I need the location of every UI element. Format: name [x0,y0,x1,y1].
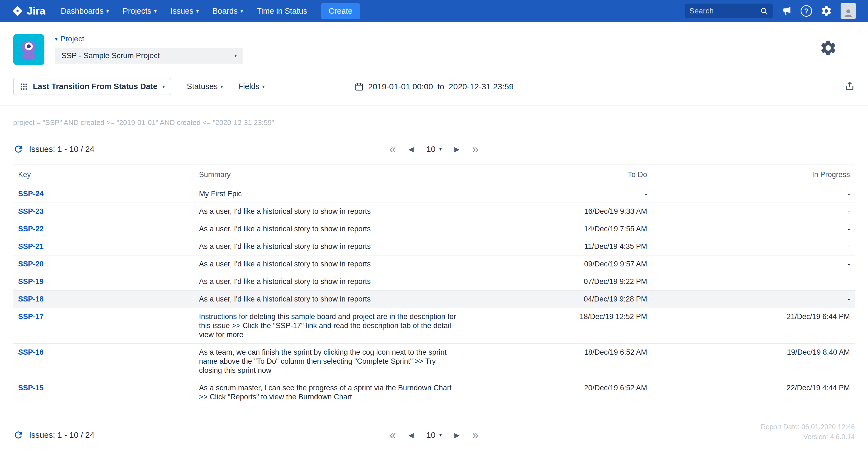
issues-count-bottom: Issues: 1 - 10 / 24 [13,430,94,440]
issue-summary: As a user, I'd like a historical story t… [199,207,457,216]
chevron-down-icon: ▾ [196,8,199,14]
in-progress-value: 21/Dec/19 6:44 PM [652,308,855,344]
issue-key-link[interactable]: SSP-19 [18,277,43,285]
chevron-down-icon: ▾ [439,432,442,438]
project-label: Project [60,34,84,43]
first-page-button[interactable]: « [390,429,396,441]
chevron-down-icon: ▾ [234,53,237,59]
nav-item-boards[interactable]: Boards▾ [212,7,243,16]
report-toolbar: Last Transition From Status Date ▾ Statu… [0,65,868,106]
help-icon[interactable]: ? [801,5,812,17]
prev-page-button[interactable]: ◀ [408,432,413,438]
report-type-button[interactable]: Last Transition From Status Date ▾ [13,78,171,95]
todo-value: 16/Dec/19 9:33 AM [499,203,652,220]
report-settings-gear-icon[interactable] [819,39,837,58]
next-page-button[interactable]: ▶ [454,432,459,438]
chevron-down-icon: ▾ [439,146,442,152]
create-button[interactable]: Create [321,3,360,19]
issue-key-link[interactable]: SSP-20 [18,260,43,268]
date-separator: to [437,82,444,91]
project-meta: ▾ Project SSP - Sample Scrum Project ▾ [55,34,243,64]
pagination-bottom: « ◀ 10 ▾ ▶ » [390,429,478,441]
date-range-picker: 2019-01-01 00:00 to 2020-12-31 23:59 [354,82,514,91]
nav-item-label: Issues [170,7,193,16]
issue-key-link[interactable]: SSP-18 [18,295,43,303]
export-icon[interactable] [844,81,855,92]
issues-row-top: Issues: 1 - 10 / 24 « ◀ 10 ▾ ▶ » [13,140,855,158]
user-avatar[interactable] [841,3,856,19]
todo-value: 11/Dec/19 4:35 PM [499,238,652,255]
column-header-summary: Summary [194,164,499,185]
in-progress-value: 22/Dec/19 4:44 PM [652,380,855,406]
search-box[interactable] [685,4,773,18]
page-size-select[interactable]: 10 ▾ [427,430,442,439]
issue-summary: As a user, I'd like a historical story t… [199,242,457,251]
last-page-button[interactable]: » [472,429,478,441]
project-header: ▾ Project SSP - Sample Scrum Project ▾ [0,22,868,65]
issue-summary: As a user, I'd like a historical story t… [199,277,457,286]
issue-summary: As a team, we can finish the sprint by c… [199,348,457,375]
page-size-value: 10 [427,430,435,439]
page-size-value: 10 [427,145,435,154]
report-meta: Report Date: 06.01.2020 12:46 Version: 4… [761,422,855,442]
search-input[interactable] [689,7,757,16]
table-row: SSP-22As a user, I'd like a historical s… [13,220,855,238]
table-header-row: KeySummaryTo DoIn Progress [13,164,855,185]
issues-table-body: SSP-24My First Epic--SSP-23As a user, I'… [13,185,855,406]
report-type-label: Last Transition From Status Date [33,82,157,91]
in-progress-value: 19/Dec/19 8:40 AM [652,344,855,380]
next-page-button[interactable]: ▶ [454,146,459,153]
issue-key-link[interactable]: SSP-21 [18,242,43,250]
jira-brand[interactable]: Jira [12,5,45,17]
column-header-to-do: To Do [499,164,652,185]
page-size-select[interactable]: 10 ▾ [427,145,442,154]
table-row: SSP-20As a user, I'd like a historical s… [13,255,855,273]
first-page-button[interactable]: « [390,143,396,155]
search-icon [760,7,768,15]
calendar-icon[interactable] [354,82,364,91]
issue-summary: As a user, I'd like a historical story t… [199,224,457,234]
fields-dropdown[interactable]: Fields ▾ [238,82,265,91]
nav-item-projects[interactable]: Projects▾ [123,7,157,16]
todo-value: - [499,185,652,203]
report-date: Report Date: 06.01.2020 12:46 [761,422,855,432]
last-page-button[interactable]: » [472,143,478,155]
in-progress-value: - [652,291,855,308]
statuses-label: Statuses [187,82,218,91]
project-select[interactable]: SSP - Sample Scrum Project ▾ [55,48,243,64]
table-row: SSP-24My First Epic-- [13,185,855,203]
date-from[interactable]: 2019-01-01 00:00 [368,82,433,91]
chevron-down-icon: ▾ [154,8,157,14]
todo-value: 18/Dec/19 12:52 PM [499,308,652,344]
nav-item-time-in-status[interactable]: Time in Status [257,7,307,16]
announcement-icon[interactable] [781,5,793,17]
refresh-icon[interactable] [13,144,24,154]
nav-item-dashboards[interactable]: Dashboards▾ [61,7,109,16]
todo-value: 04/Dec/19 9:28 PM [499,291,652,308]
issue-key-link[interactable]: SSP-16 [18,348,43,356]
refresh-icon[interactable] [13,430,24,440]
issues-count-label: Issues: 1 - 10 / 24 [29,430,94,439]
in-progress-value: - [652,185,855,203]
date-to[interactable]: 2020-12-31 23:59 [449,82,514,91]
statuses-dropdown[interactable]: Statuses ▾ [187,82,223,91]
settings-gear-icon[interactable] [820,5,832,17]
navbar-menu: Dashboards▾Projects▾Issues▾Boards▾Time i… [61,7,307,16]
issues-count-label: Issues: 1 - 10 / 24 [29,145,94,154]
issue-key-link[interactable]: SSP-24 [18,190,43,198]
prev-page-button[interactable]: ◀ [408,146,413,153]
issues-table-container: KeySummaryTo DoIn Progress SSP-24My Firs… [0,158,868,406]
nav-item-issues[interactable]: Issues▾ [170,7,199,16]
issue-key-link[interactable]: SSP-22 [18,225,43,233]
issue-key-link[interactable]: SSP-23 [18,207,43,215]
fields-label: Fields [238,82,259,91]
issues-count: Issues: 1 - 10 / 24 [13,144,94,154]
navbar-right: ? [685,3,856,19]
table-row: SSP-18As a user, I'd like a historical s… [13,291,855,308]
project-section-toggle[interactable]: ▾ Project [55,34,243,43]
todo-value: 14/Dec/19 7:55 AM [499,220,652,238]
issue-key-link[interactable]: SSP-17 [18,312,43,321]
column-header-key: Key [13,164,194,185]
issue-key-link[interactable]: SSP-15 [18,384,43,392]
table-row: SSP-17Instructions for deleting this sam… [13,308,855,344]
